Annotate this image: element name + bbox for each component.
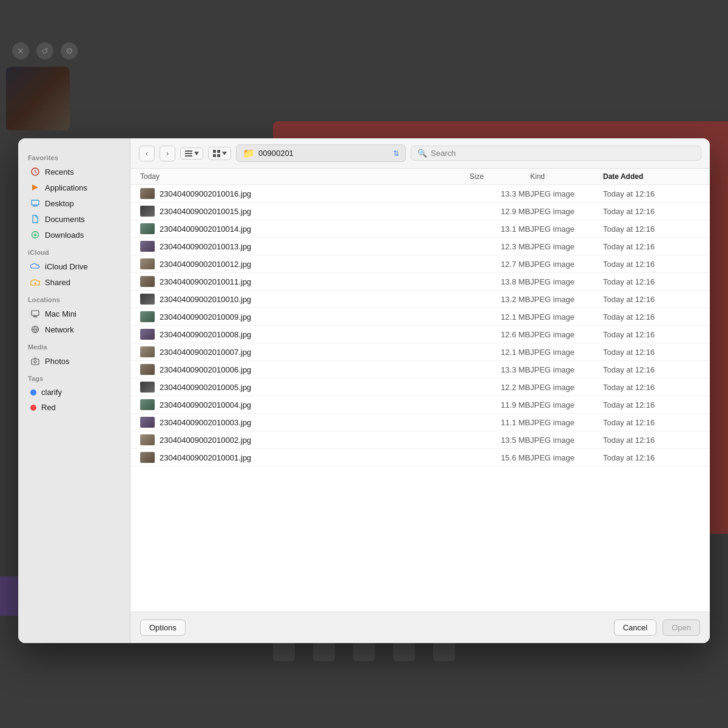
file-date: Today at 12:16 xyxy=(603,260,700,269)
locations-label: Locations xyxy=(18,290,130,306)
table-row[interactable]: 230404009002010002.jpg 13.5 MB JPEG imag… xyxy=(130,431,710,449)
sidebar-item-icloud-drive[interactable]: iCloud Drive xyxy=(21,258,127,274)
bottom-right-buttons: Cancel Open xyxy=(614,619,700,636)
table-row[interactable]: 230404009002010015.jpg 12.9 MB JPEG imag… xyxy=(130,203,710,220)
sidebar-item-network[interactable]: Network xyxy=(21,322,127,337)
file-name: 230404009002010012.jpg xyxy=(160,260,251,269)
file-name-cell: 230404009002010015.jpg xyxy=(140,206,470,217)
table-row[interactable]: 230404009002010007.jpg 12.1 MB JPEG imag… xyxy=(130,343,710,361)
file-kind: JPEG image xyxy=(530,224,603,234)
file-thumbnail xyxy=(140,452,155,463)
col-kind-header[interactable]: Kind xyxy=(530,172,603,181)
file-thumbnail xyxy=(140,417,155,428)
sidebar-shared-label: Shared xyxy=(45,278,70,287)
file-size: 12.7 MB xyxy=(470,260,530,269)
folder-icon: 📁 xyxy=(243,147,255,159)
file-kind: JPEG image xyxy=(530,295,603,304)
cancel-button[interactable]: Cancel xyxy=(614,619,656,636)
col-name-header[interactable]: Today xyxy=(140,172,470,181)
tag-red-label: Red xyxy=(41,403,56,412)
file-thumbnail xyxy=(140,346,155,357)
file-thumbnail xyxy=(140,294,155,305)
file-name: 230404009002010001.jpg xyxy=(160,453,251,462)
file-kind: JPEG image xyxy=(530,312,603,322)
sidebar-item-applications[interactable]: Applications xyxy=(21,180,127,195)
folder-nav-arrows: ⇅ xyxy=(393,149,399,158)
sidebar-item-desktop[interactable]: Desktop xyxy=(21,195,127,211)
table-row[interactable]: 230404009002010013.jpg 12.3 MB JPEG imag… xyxy=(130,238,710,255)
table-row[interactable]: 230404009002010008.jpg 12.6 MB JPEG imag… xyxy=(130,326,710,343)
sidebar-item-tag-red[interactable]: Red xyxy=(21,400,127,415)
svg-rect-10 xyxy=(185,153,192,154)
col-date-header[interactable]: Date Added xyxy=(603,172,700,181)
file-name: 230404009002010006.jpg xyxy=(160,365,251,374)
file-thumbnail xyxy=(140,329,155,340)
table-row[interactable]: 230404009002010012.jpg 12.7 MB JPEG imag… xyxy=(130,255,710,273)
file-size: 13.5 MB xyxy=(470,436,530,445)
options-button[interactable]: Options xyxy=(140,619,186,636)
file-date: Today at 12:16 xyxy=(603,312,700,322)
globe-icon xyxy=(30,325,40,334)
file-name-cell: 230404009002010014.jpg xyxy=(140,223,470,234)
grid-view-button[interactable] xyxy=(208,147,231,160)
folder-name-label: 00900201 xyxy=(258,149,389,158)
col-size-header[interactable]: Size xyxy=(470,172,530,181)
table-row[interactable]: 230404009002010014.jpg 13.1 MB JPEG imag… xyxy=(130,220,710,238)
search-icon: 🔍 xyxy=(417,149,427,158)
table-row[interactable]: 230404009002010004.jpg 11.9 MB JPEG imag… xyxy=(130,396,710,414)
file-name-cell: 230404009002010007.jpg xyxy=(140,346,470,357)
camera-icon xyxy=(30,356,40,366)
table-row[interactable]: 230404009002010010.jpg 13.2 MB JPEG imag… xyxy=(130,291,710,308)
file-thumbnail xyxy=(140,188,155,199)
file-thumbnail xyxy=(140,434,155,445)
sidebar-item-downloads[interactable]: Downloads xyxy=(21,227,127,243)
file-date: Today at 12:16 xyxy=(603,189,700,198)
svg-rect-9 xyxy=(185,150,192,152)
tag-clarify-label: clarify xyxy=(41,388,62,397)
table-row[interactable]: 230404009002010006.jpg 13.3 MB JPEG imag… xyxy=(130,361,710,379)
file-size: 11.1 MB xyxy=(470,418,530,427)
file-size: 12.6 MB xyxy=(470,330,530,339)
file-size: 12.9 MB xyxy=(470,207,530,216)
sidebar-item-shared[interactable]: Shared xyxy=(21,274,127,290)
grid-icon xyxy=(212,149,221,158)
file-name-cell: 230404009002010001.jpg xyxy=(140,452,470,463)
table-row[interactable]: 230404009002010005.jpg 12.2 MB JPEG imag… xyxy=(130,379,710,396)
file-size: 12.1 MB xyxy=(470,348,530,357)
sidebar-item-recents[interactable]: Recents xyxy=(21,164,127,180)
table-row[interactable]: 230404009002010001.jpg 15.6 MB JPEG imag… xyxy=(130,449,710,467)
forward-button[interactable]: › xyxy=(160,146,175,161)
sidebar-downloads-label: Downloads xyxy=(45,231,84,240)
sidebar: Favorites Recents Applications xyxy=(18,138,130,643)
sidebar-item-photos[interactable]: Photos xyxy=(21,353,127,369)
search-input[interactable] xyxy=(431,149,695,158)
file-date: Today at 12:16 xyxy=(603,436,700,445)
list-view-button[interactable] xyxy=(180,147,203,160)
file-size: 13.3 MB xyxy=(470,189,530,198)
open-button[interactable]: Open xyxy=(662,619,700,636)
search-box[interactable]: 🔍 xyxy=(411,146,701,161)
table-row[interactable]: 230404009002010009.jpg 12.1 MB JPEG imag… xyxy=(130,308,710,326)
file-size: 15.6 MB xyxy=(470,453,530,462)
table-row[interactable]: 230404009002010016.jpg 13.3 MB JPEG imag… xyxy=(130,185,710,203)
main-content: ‹ › xyxy=(130,138,710,643)
folder-path-pill[interactable]: 📁 00900201 ⇅ xyxy=(236,144,406,162)
file-kind: JPEG image xyxy=(530,400,603,410)
table-row[interactable]: 230404009002010011.jpg 13.8 MB JPEG imag… xyxy=(130,273,710,291)
file-name: 230404009002010004.jpg xyxy=(160,400,251,410)
file-name: 230404009002010013.jpg xyxy=(160,242,251,251)
file-date: Today at 12:16 xyxy=(603,348,700,357)
list-view-chevron-icon xyxy=(194,152,199,155)
sidebar-item-mac-mini[interactable]: Mac Mini xyxy=(21,306,127,322)
back-button[interactable]: ‹ xyxy=(139,146,155,161)
file-list-header: Today Size Kind Date Added xyxy=(130,169,710,185)
svg-rect-14 xyxy=(213,154,216,157)
sidebar-item-tag-clarify[interactable]: clarify xyxy=(21,385,127,400)
table-row[interactable]: 230404009002010003.jpg 11.1 MB JPEG imag… xyxy=(130,414,710,431)
sidebar-item-documents[interactable]: Documents xyxy=(21,211,127,227)
media-label: Media xyxy=(18,337,130,353)
sidebar-desktop-label: Desktop xyxy=(45,199,74,208)
sidebar-documents-label: Documents xyxy=(45,215,85,224)
file-size: 12.3 MB xyxy=(470,242,530,251)
svg-rect-5 xyxy=(33,316,37,317)
